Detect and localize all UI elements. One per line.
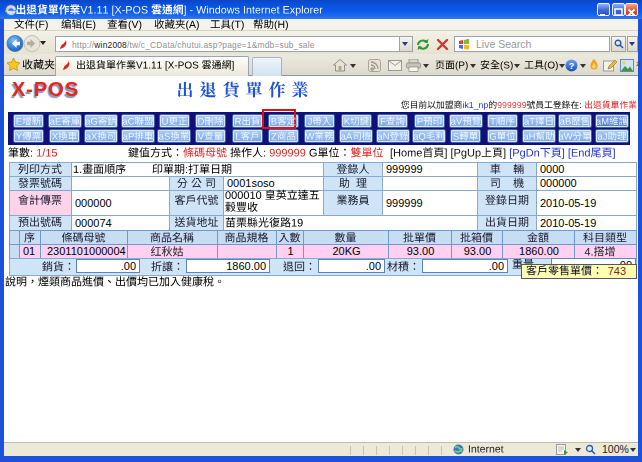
svg-text:?: ? <box>569 61 575 71</box>
